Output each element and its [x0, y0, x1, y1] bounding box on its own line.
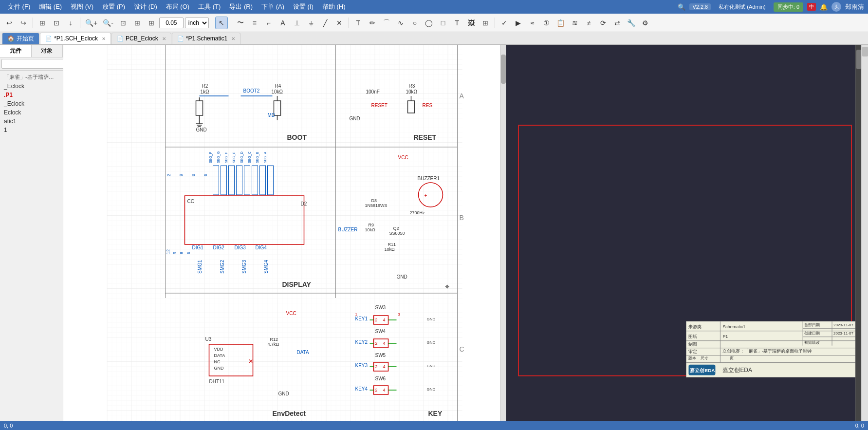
module-button[interactable]: ⊡: [50, 17, 63, 29]
svg-text:2: 2: [375, 364, 378, 369]
unit-select[interactable]: inch mm mil: [185, 18, 209, 28]
tab-pcb-eclock-close[interactable]: ✕: [162, 36, 166, 41]
zoom-selection-button[interactable]: ⊞: [131, 17, 144, 29]
pcb-vscroll[interactable]: [855, 45, 861, 424]
run-button[interactable]: ▶: [512, 17, 525, 29]
svg-text:制图: 制图: [688, 342, 697, 347]
svg-text:VDD: VDD: [214, 347, 224, 352]
tree-item-eclock3[interactable]: Eclock: [2, 108, 61, 117]
menu-item-edit[interactable]: 编辑 (E): [35, 1, 66, 12]
diff-button[interactable]: ≠: [583, 17, 595, 29]
svg-text:R9: R9: [369, 223, 374, 227]
svg-text:12: 12: [166, 249, 170, 254]
simulate-button[interactable]: ≈: [526, 17, 539, 29]
undo-button[interactable]: ↩: [3, 17, 16, 29]
schematic-area[interactable]: A B C R2 1kΩ GND R4 10kΩ BOOT2: [63, 45, 506, 430]
check-button[interactable]: ✓: [498, 17, 511, 29]
netlist-button[interactable]: ≋: [569, 17, 581, 29]
rect-tool-button[interactable]: □: [437, 17, 449, 29]
svg-rect-2: [107, 45, 462, 430]
image-tool-button[interactable]: 🖼: [465, 17, 478, 29]
wire-tool-button[interactable]: 〜: [234, 17, 247, 29]
tab-pcb-eclock[interactable]: 📄 PCB_Eclock ✕: [111, 33, 171, 44]
avatar[interactable]: 头: [831, 2, 841, 12]
circle-tool-button[interactable]: ○: [408, 17, 421, 29]
settings2-button[interactable]: ⚙: [639, 17, 652, 29]
menu-item-order[interactable]: 下单 (A): [258, 1, 288, 12]
svg-text:KEY3: KEY3: [355, 363, 368, 368]
svg-text:DATA: DATA: [214, 353, 225, 358]
lang-flag[interactable]: 中: [807, 3, 816, 11]
menu-item-design[interactable]: 设计 (D): [130, 1, 161, 12]
svg-text:DIG2: DIG2: [213, 245, 225, 250]
tree-item-eclock2[interactable]: _Eclock: [2, 99, 61, 108]
fab-button[interactable]: 🔧: [625, 17, 638, 29]
import-changes-button[interactable]: ⇄: [611, 17, 624, 29]
sidebar-tab-components[interactable]: 元件: [0, 45, 32, 57]
menu-item-place[interactable]: 放置 (P): [98, 1, 129, 12]
svg-text:2: 2: [166, 174, 171, 176]
svg-text:Q2: Q2: [393, 226, 399, 231]
private-test-label[interactable]: 私有化测试 (Admin): [715, 2, 770, 12]
update-pcb-button[interactable]: ⟳: [597, 17, 609, 29]
tree-item-eclock1[interactable]: _Eclock: [2, 82, 61, 91]
tab-schematic1[interactable]: 📄 *P1.Schematic1 ✕: [172, 33, 240, 44]
menu-item-view[interactable]: 视图 (V): [67, 1, 97, 12]
pcb-area[interactable]: 来源类 图纸 制图 审定 Schematic1 P1 立创电赛：「麻雀」-基于瑞…: [506, 45, 861, 430]
zoom-out-button[interactable]: 🔍-: [101, 17, 115, 29]
ellipse-tool-button[interactable]: ◯: [423, 17, 435, 29]
svg-text:CC: CC: [187, 199, 194, 204]
schematic1-doc-icon: 📄: [177, 36, 184, 42]
bezier-tool-button[interactable]: ∿: [394, 17, 407, 29]
pointer-tool-button[interactable]: ↖: [215, 17, 228, 29]
tab-schematic-eclock-close[interactable]: ✕: [102, 36, 106, 41]
tree-item-project[interactable]: 「麻雀」-基于瑞萨的桌面: [2, 73, 61, 82]
menu-item-export[interactable]: 导出 (R): [225, 1, 257, 12]
pen-tool-button[interactable]: ✏: [366, 17, 379, 29]
svg-text:4: 4: [383, 318, 386, 322]
tree-item-atic1[interactable]: atic1: [2, 117, 61, 126]
menu-item-file[interactable]: 文件 (F): [4, 1, 34, 12]
bus-entry-button[interactable]: ⌐: [262, 17, 275, 29]
zoom-in-button[interactable]: 🔍+: [83, 17, 99, 29]
arc-tool-button[interactable]: ⌒: [380, 17, 393, 29]
svg-text:SEG_D: SEG_D: [240, 151, 244, 163]
tab-schematic1-close[interactable]: ✕: [231, 36, 235, 41]
component-library-button[interactable]: ⊞: [36, 17, 49, 29]
menu-item-layout[interactable]: 布局 (O): [162, 1, 193, 12]
component-search-input[interactable]: [1, 59, 74, 69]
line-tool-button[interactable]: ╱: [319, 17, 332, 29]
grid-button[interactable]: ⊞: [145, 17, 158, 29]
power-symbol-button[interactable]: ⊥: [291, 17, 303, 29]
menu-item-settings[interactable]: 设置 (I): [289, 1, 317, 12]
sidebar-tab-objects[interactable]: 对象: [32, 45, 63, 57]
menu-item-tools[interactable]: 工具 (T): [194, 1, 224, 12]
bom-button[interactable]: 📋: [554, 17, 567, 29]
notification-icon[interactable]: 🔔: [820, 3, 828, 11]
tree-item-p1[interactable]: .P1: [2, 91, 61, 99]
table-tool-button[interactable]: ⊞: [479, 17, 492, 29]
tab-schematic-eclock[interactable]: 📄 *P1.SCH_Eclock ✕: [40, 33, 111, 44]
tab-home[interactable]: 🏠 开始页: [2, 33, 39, 44]
bus-tool-button[interactable]: ≡: [248, 17, 261, 29]
text2-tool-button[interactable]: T: [451, 17, 463, 29]
gnd-symbol-button[interactable]: ⏚: [305, 17, 317, 29]
menu-item-help[interactable]: 帮助 (H): [318, 1, 350, 12]
annotate-button[interactable]: ①: [540, 17, 553, 29]
svg-text:DIG3: DIG3: [235, 245, 246, 250]
tree-item-1[interactable]: 1: [2, 126, 61, 134]
right-scroll-thumb[interactable]: [862, 47, 868, 56]
svg-text:3: 3: [398, 312, 401, 317]
delete-tool-button[interactable]: ✕: [333, 17, 346, 29]
import-button[interactable]: ↓: [64, 17, 77, 29]
sync-badge[interactable]: 同步中: 0: [774, 2, 803, 12]
zoom-fit-button[interactable]: ⊡: [117, 17, 129, 29]
search-icon[interactable]: 🔍: [678, 3, 685, 11]
menu-bar: 文件 (F) 编辑 (E) 视图 (V) 放置 (P) 设计 (D) 布局 (O…: [0, 0, 868, 14]
text-tool-button[interactable]: T: [352, 17, 365, 29]
net-label-button[interactable]: A: [277, 17, 289, 29]
redo-button[interactable]: ↪: [17, 17, 30, 29]
svg-text:SS8050: SS8050: [389, 231, 405, 236]
zoom-value-input[interactable]: [159, 18, 184, 28]
schematic-vscroll[interactable]: [500, 45, 506, 424]
